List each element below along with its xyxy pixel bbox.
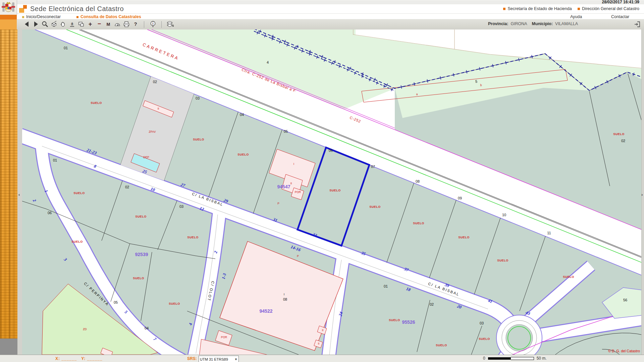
- map-mode-button[interactable]: M: [104, 20, 112, 28]
- org-link-hacienda[interactable]: Secretaría de Estado de Hacienda: [507, 6, 572, 11]
- cadastral-map[interactable]: SUELOSUELOSUELOSUELOSUELOSUELOSUELOSUELO…: [22, 29, 641, 355]
- map-label: 5: [475, 79, 477, 83]
- svg-text:−: −: [97, 20, 101, 27]
- map-label: 03: [196, 96, 200, 100]
- map-label: P: [297, 254, 299, 258]
- sidebar-orange-block-light: [0, 19, 17, 29]
- bullet-icon: [578, 8, 580, 10]
- bullet-icon: [22, 16, 24, 18]
- map-label: SUELO: [73, 191, 85, 195]
- cadastral-map-svg[interactable]: SUELOSUELOSUELOSUELOSUELOSUELOSUELOSUELO…: [22, 29, 641, 355]
- menu-item-contactar[interactable]: Contactar: [611, 14, 629, 19]
- map-label: 09: [458, 196, 462, 200]
- map-label: CARRETERA: [142, 42, 180, 61]
- org-links: Secretaría de Estado de Hacienda Direcci…: [503, 6, 639, 11]
- svg-text:+: +: [88, 21, 92, 27]
- zoom-box-button[interactable]: [77, 20, 85, 28]
- svg-text:M: M: [106, 22, 110, 27]
- map-label: SUELO: [613, 132, 625, 136]
- map-label: 05: [114, 300, 118, 304]
- sec-logo-icon: [19, 8, 24, 13]
- header-pinstripes: [0, 0, 644, 4]
- map-label: ZPAV: [149, 130, 156, 133]
- map-label: 04: [240, 113, 244, 117]
- map-label: 03: [179, 204, 183, 208]
- help-button[interactable]: ?: [131, 20, 140, 28]
- zoom-scale-button[interactable]: ±: [68, 20, 76, 28]
- menu-item-ayuda[interactable]: Ayuda: [570, 14, 582, 19]
- map-label: 08: [283, 297, 287, 301]
- back-button[interactable]: [22, 20, 31, 28]
- provincia-value: GIRONA: [511, 21, 527, 26]
- info-point-button[interactable]: i: [149, 20, 157, 28]
- map-label: 92539: [135, 252, 148, 257]
- srs-select[interactable]: UTM 31 ETRS89▼: [199, 356, 239, 362]
- bullet-icon: [76, 16, 78, 18]
- forward-button[interactable]: [32, 20, 40, 28]
- sidebar-orange-block: [0, 15, 17, 19]
- map-label: SUELO: [133, 277, 144, 280]
- map-label: 95526: [402, 319, 415, 325]
- map-label: 11: [547, 231, 551, 235]
- map-label: 02: [153, 80, 157, 84]
- zoom-window-button[interactable]: [41, 20, 49, 28]
- map-label: SUELO: [497, 259, 508, 262]
- org-link-catastro[interactable]: Dirección General del Catastro: [582, 6, 639, 11]
- map-label: 02: [125, 185, 129, 189]
- sec-logo-icon-dark: [23, 5, 27, 9]
- map-label: 01: [384, 284, 388, 288]
- toolbar-separator: [161, 21, 162, 28]
- map-label: SUELO: [237, 153, 249, 156]
- measure-button[interactable]: [113, 20, 121, 28]
- map-label: 08: [416, 179, 420, 183]
- print-button[interactable]: [122, 20, 130, 28]
- provincia-label: Provincia:: [488, 21, 508, 26]
- map-label: SUELO: [187, 236, 199, 239]
- collapse-right-icon[interactable]: ›: [641, 193, 643, 196]
- location-indicator: Provincia: GIRONA Municipio: VILAMALLA: [488, 21, 578, 26]
- exit-icon[interactable]: [633, 20, 641, 28]
- map-label: 02: [430, 302, 434, 306]
- zoom-in-button[interactable]: +: [86, 20, 94, 28]
- map-label: © D. G. del Catastro: [608, 349, 640, 353]
- map-label: 94547: [277, 184, 290, 189]
- map-label: 02: [621, 139, 625, 143]
- map-label: 10: [502, 213, 506, 217]
- layers-button[interactable]: [166, 20, 174, 28]
- sidebar-city-image: [0, 29, 17, 339]
- map-label: II: [290, 182, 292, 185]
- map-label: SUELO: [369, 205, 381, 208]
- map-label: 01: [64, 46, 68, 50]
- map-label: SUELO: [135, 215, 147, 218]
- map-label: 06: [48, 211, 52, 215]
- menu-item-consulta[interactable]: Consulta de Datos Catastrales: [76, 14, 141, 19]
- map-label: POR: [295, 190, 301, 194]
- pan-hand-button[interactable]: [59, 20, 67, 28]
- spain-coat-of-arms-logo: [0, 0, 17, 15]
- map-label: SUELO: [458, 236, 470, 239]
- map-label: SUELO: [436, 344, 447, 347]
- svg-text:?: ?: [134, 21, 137, 27]
- map-label: SUELO: [91, 101, 102, 105]
- zoom-out-button[interactable]: −: [95, 20, 103, 28]
- map-label: 56: [623, 298, 627, 302]
- map-label: SUELO: [71, 240, 83, 243]
- map-label: SUELO: [329, 189, 341, 192]
- municipio-label: Municipio:: [532, 21, 553, 26]
- bullet-icon: [503, 8, 505, 10]
- zoom-extent-button[interactable]: [50, 20, 58, 28]
- collapse-left-icon[interactable]: ‹: [18, 193, 20, 196]
- map-label: I: [284, 293, 285, 296]
- map-label: 07: [371, 165, 375, 169]
- map-label: b: [480, 83, 482, 87]
- map-label: SUELO: [169, 302, 180, 305]
- srs-label: SRS:: [187, 356, 197, 361]
- menu-item-inicio[interactable]: Inicio/Desconectar: [22, 14, 61, 19]
- chevron-down-icon: ▼: [234, 358, 237, 361]
- map-label: SUELO: [413, 222, 424, 225]
- scale-bar-segment: [511, 357, 534, 360]
- map-label: 06: [329, 148, 333, 153]
- svg-text:i: i: [152, 22, 153, 25]
- municipio-value: VILAMALLA: [555, 21, 578, 26]
- status-bar: X: ______ Y: ______ SRS: UTM 31 ETRS89▼ …: [0, 355, 644, 362]
